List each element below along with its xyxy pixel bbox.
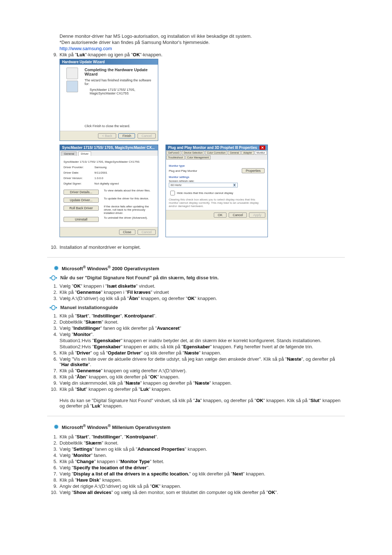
wizard-monitor-icon <box>66 81 78 92</box>
step-9-number: 9. <box>47 52 60 57</box>
hardware-update-wizard: Hardware Update Wizard Completing the Ha… <box>60 59 158 141</box>
monitor-apply-button: Apply <box>249 212 265 218</box>
device-name: SyncMaster 171S/ 175S/ 170S, MagicSyncMa… <box>64 160 154 163</box>
uninstall-desc: To uninstall the driver (Advanced). <box>104 216 154 219</box>
chevron-down-icon: ▾ <box>233 183 236 187</box>
monitor-properties-button[interactable]: Properties <box>242 168 265 173</box>
winme-heading-row: Microsoft® Windows® Millenium Operativsy… <box>47 424 345 430</box>
signer-label: Digital Signer: <box>64 182 94 185</box>
version-value: 1.0.0.0 <box>94 177 103 180</box>
sub-bullet-icon <box>49 305 57 310</box>
tab-general[interactable]: General <box>61 151 77 156</box>
driver-cancel-button: Cancel <box>138 230 156 235</box>
rollback-driver-desc: If the device fails after updating the d… <box>104 205 154 215</box>
hide-modes-label: Hide modes that this monitor cannot disp… <box>177 191 233 195</box>
document-content: Denne monitor-driver har MS Logo-autoris… <box>0 0 392 510</box>
tab-geforce[interactable]: GeForce3 <box>166 151 181 155</box>
refresh-rate-select[interactable]: 60 Hertz ▾ <box>169 183 238 187</box>
blue-bullet-icon <box>54 425 58 429</box>
driver-dialog-title: SyncMaster 171S/ 175S/ 170S, MagicSyncMa… <box>60 145 158 150</box>
hide-modes-checkbox[interactable] <box>170 191 175 195</box>
winme-heading: Microsoft® Windows® Millenium Operativsy… <box>62 424 171 430</box>
step-9: 9. Klik på "Luk"-knappen og igen på "OK"… <box>47 52 345 57</box>
property-dialogs-row: SyncMaster 171S/ 175S/ 170S, MagicSyncMa… <box>60 145 345 237</box>
tab-troubleshoot[interactable]: Troubleshoot <box>166 155 185 159</box>
monitor-properties-dialog: Plug and Play Monitor and 3D Prophet III… <box>166 145 268 237</box>
step-9-body: Klik på "Luk"-knappen og igen på "OK"-kn… <box>60 52 345 57</box>
intro-line-1: Denne monitor-driver har MS Logo-autoris… <box>60 33 345 39</box>
wizard-device-name: SyncMaster 171S/ 175S/ 170S, MagicSyncMa… <box>90 88 155 95</box>
monitor-type-label: Monitor type <box>169 164 265 167</box>
wizard-finish-button[interactable]: Finish <box>118 133 135 138</box>
provider-label: Driver Provider: <box>64 166 94 169</box>
wizard-back-button: < Back <box>98 133 116 138</box>
refresh-rate-label: Screen refresh rate: <box>169 179 265 183</box>
step-10-text: Installation af monitordriver er komplet… <box>60 244 345 250</box>
driver-details-desc: To view details about the driver files. <box>104 189 154 192</box>
wizard-device-icon <box>66 68 78 79</box>
wizard-text-1: The wizard has finished installing the s… <box>85 78 155 86</box>
wizard-heading: Completing the Hardware Update Wizard <box>85 68 155 76</box>
wizard-title: Hardware Update Wizard <box>60 59 158 65</box>
tab-color-management[interactable]: Color Management <box>185 155 211 159</box>
monitor-dialog-close-icon[interactable]: ✕ <box>260 146 265 150</box>
wizard-cancel-button: Cancel <box>138 133 156 138</box>
driver-close-button[interactable]: Close <box>119 230 135 235</box>
date-value: 9/11/2001 <box>94 171 107 174</box>
sig-subheading-row: Når du ser "Digital Signature Not Found"… <box>47 275 345 280</box>
tab-device-selection[interactable]: Device Selection <box>182 151 204 155</box>
samsung-link[interactable]: http://www.samsung.com <box>60 46 345 51</box>
update-driver-desc: To update the driver for this device. <box>104 197 154 200</box>
tab-general-3[interactable]: General <box>228 151 241 155</box>
tab-color-correction[interactable]: Color Correction <box>205 151 227 155</box>
wizard-finish-hint: Click Finish to close the wizard. <box>85 124 155 128</box>
manual-subheading-row: Manuel installationsguide <box>47 305 345 310</box>
signer-value: Not digitally signed <box>94 182 119 185</box>
driver-properties-dialog: SyncMaster 171S/ 175S/ 170S, MagicSyncMa… <box>60 145 158 237</box>
tab-monitor-3[interactable]: Monitor <box>255 151 267 155</box>
sig-subheading: Når du ser "Digital Signature Not Found"… <box>60 275 219 280</box>
blue-bullet-icon <box>54 266 58 270</box>
win2000-heading-row: Microsoft® Windows® 2000 Operativsystem <box>47 265 345 271</box>
manual-subheading: Manuel installationsguide <box>60 305 118 310</box>
sub-bullet-icon <box>49 275 57 280</box>
step-10: 10. Installation af monitordriver er kom… <box>47 244 345 250</box>
monitor-cancel-button[interactable]: Cancel <box>229 212 247 218</box>
provider-value: Samsung <box>94 166 107 169</box>
tab-driver[interactable]: Driver <box>78 151 91 156</box>
win2000-heading: Microsoft® Windows® 2000 Operativsystem <box>62 265 159 271</box>
monitor-settings-label: Monitor settings <box>169 175 265 179</box>
divider-1 <box>47 257 345 258</box>
driver-details-button[interactable]: Driver Details... <box>64 190 99 195</box>
monitor-dialog-title: Plug and Play Monitor and 3D Prophet III… <box>168 146 257 150</box>
win2000-note: Hvis du kan se "Digital Signature Not Fo… <box>60 398 345 409</box>
version-label: Driver Version: <box>64 177 94 180</box>
monitor-ok-button[interactable]: OK <box>214 212 226 218</box>
intro-line-2: *Den autoriserede driver kan findes på S… <box>60 40 345 45</box>
monitor-type-value: Plug and Play Monitor <box>169 169 197 173</box>
update-driver-button[interactable]: Update Driver... <box>64 198 99 203</box>
divider-2 <box>47 416 345 416</box>
step-10-number: 10. <box>47 244 60 250</box>
hide-modes-desc: Clearing this check box allows you to se… <box>169 198 265 208</box>
rollback-driver-button[interactable]: Roll Back Driver <box>64 206 99 211</box>
date-label: Driver Date: <box>64 171 94 174</box>
tab-adapter[interactable]: Adapter <box>241 151 254 155</box>
uninstall-button[interactable]: Uninstall <box>64 217 99 222</box>
